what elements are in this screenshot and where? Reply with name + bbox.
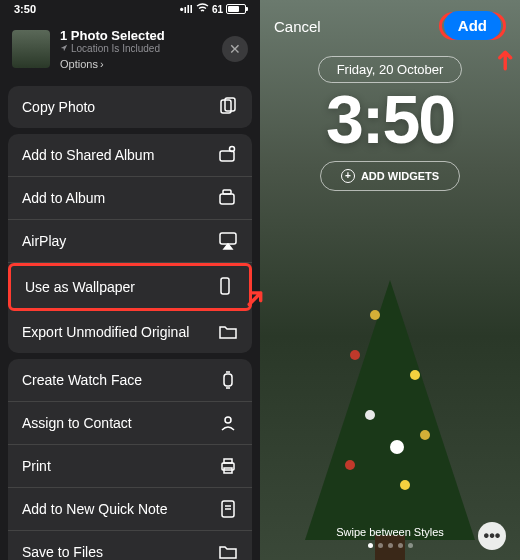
wallpaper-preview-screen: Cancel Add Friday, 20 October 3:50 + ADD… (260, 0, 520, 560)
close-button[interactable]: ✕ (222, 36, 248, 62)
airplay-icon (218, 231, 238, 251)
battery-pct: 61 (212, 4, 223, 15)
action-label: Export Unmodified Original (22, 324, 189, 340)
svg-rect-6 (220, 233, 236, 244)
status-bar: 3:50 •ıll 61 (0, 0, 260, 18)
folder-icon (218, 322, 238, 342)
action-label: Assign to Contact (22, 415, 132, 431)
action-label: Add to Album (22, 190, 105, 206)
action-airplay[interactable]: AirPlay (8, 220, 252, 263)
svg-rect-11 (224, 459, 232, 463)
action-label: Create Watch Face (22, 372, 142, 388)
action-label: Use as Wallpaper (25, 279, 135, 295)
share-title: 1 Photo Selected (60, 28, 212, 43)
lock-time[interactable]: 3:50 (260, 85, 520, 153)
action-group: Copy Photo (8, 86, 252, 128)
svg-rect-4 (220, 194, 234, 204)
action-print[interactable]: Print (8, 445, 252, 488)
action-create-watch-face[interactable]: Create Watch Face (8, 359, 252, 402)
action-export-unmodified-original[interactable]: Export Unmodified Original (8, 311, 252, 353)
action-add-to-album[interactable]: Add to Album (8, 177, 252, 220)
add-highlight: Add (439, 12, 506, 40)
cancel-button[interactable]: Cancel (274, 18, 321, 35)
svg-rect-2 (220, 151, 234, 161)
print-icon (218, 456, 238, 476)
close-icon: ✕ (229, 41, 241, 57)
annotation-arrow-right: ➜ (488, 49, 520, 72)
photo-thumbnail[interactable] (12, 30, 50, 68)
action-label: Print (22, 458, 51, 474)
lock-date[interactable]: Friday, 20 October (318, 56, 463, 83)
action-copy-photo[interactable]: Copy Photo (8, 86, 252, 128)
ellipsis-icon: ••• (484, 527, 501, 545)
add-button[interactable]: Add (444, 11, 501, 40)
action-assign-to-contact[interactable]: Assign to Contact (8, 402, 252, 445)
action-add-to-new-quick-note[interactable]: Add to New Quick Note (8, 488, 252, 531)
share-sheet-screen: 3:50 •ıll 61 1 Photo Selected Location I… (0, 0, 260, 560)
action-save-to-files[interactable]: Save to Files (8, 531, 252, 560)
options-button[interactable]: Options › (60, 58, 212, 70)
battery-icon (226, 4, 246, 14)
folder-icon (218, 542, 238, 560)
action-group: Add to Shared AlbumAdd to AlbumAirPlayUs… (8, 134, 252, 353)
album-icon (218, 188, 238, 208)
svg-rect-7 (221, 278, 229, 294)
wallpaper-image (260, 160, 520, 560)
action-label: Copy Photo (22, 99, 95, 115)
wifi-icon (196, 3, 209, 15)
action-group: Create Watch FaceAssign to ContactPrintA… (8, 359, 252, 560)
svg-rect-8 (224, 374, 232, 386)
svg-point-9 (225, 417, 231, 423)
watch-icon (218, 370, 238, 390)
note-icon (218, 499, 238, 519)
contact-icon (218, 413, 238, 433)
svg-point-3 (230, 147, 235, 152)
top-bar: Cancel Add (260, 0, 520, 52)
shared-album-icon (218, 145, 238, 165)
action-label: Save to Files (22, 544, 103, 560)
signal-icon: •ıll (180, 3, 193, 15)
action-label: AirPlay (22, 233, 66, 249)
action-add-to-shared-album[interactable]: Add to Shared Album (8, 134, 252, 177)
share-subtitle: Location Is Included (60, 43, 212, 54)
location-icon (60, 43, 68, 54)
status-indicators: •ıll 61 (180, 3, 246, 15)
status-time: 3:50 (14, 3, 36, 15)
more-button[interactable]: ••• (478, 522, 506, 550)
share-header: 1 Photo Selected Location Is Included Op… (0, 18, 260, 80)
chevron-right-icon: › (100, 58, 104, 70)
action-label: Add to New Quick Note (22, 501, 168, 517)
action-label: Add to Shared Album (22, 147, 154, 163)
action-use-as-wallpaper[interactable]: Use as Wallpaper (8, 263, 252, 311)
phone-icon (215, 277, 235, 297)
svg-rect-5 (223, 190, 231, 194)
copy-icon (218, 97, 238, 117)
